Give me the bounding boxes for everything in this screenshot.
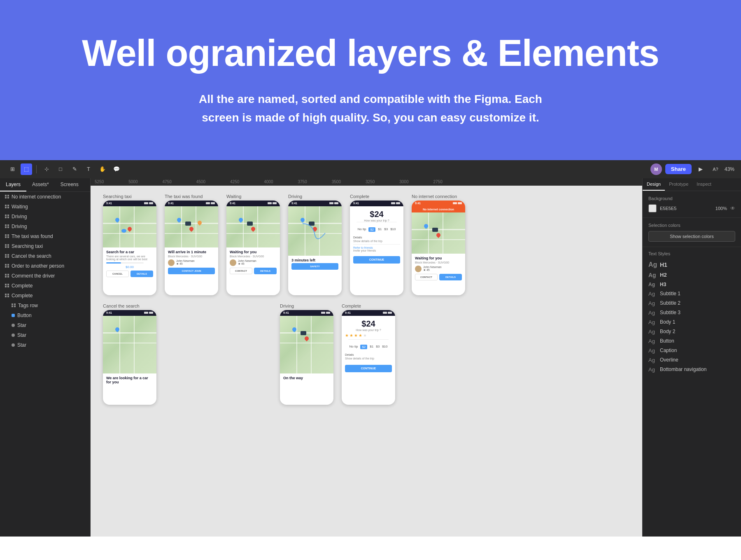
hero-section: Well ogranized layers & Elements All the… bbox=[0, 0, 741, 160]
text-style-bottombar: Ag Bottombar navigation bbox=[648, 365, 735, 374]
phone-searching: 9:41 Search for a car There are several … bbox=[103, 201, 156, 295]
right-panel: Design Prototype Inspect Background E5E5… bbox=[642, 178, 741, 537]
screen-taxi-found: The taxi was found 9:41 Will arriv bbox=[165, 194, 218, 295]
figma-body: Layers Assets* Screens No internet conne… bbox=[0, 178, 741, 537]
grid-tool-icon[interactable]: ⊞ bbox=[7, 163, 18, 175]
text-style-button: Ag Button bbox=[648, 336, 735, 346]
text-style-subtitle3: Ag Subtitle 3 bbox=[648, 308, 735, 317]
phone-driving-2: 9:41 On the way bbox=[280, 310, 333, 405]
horizontal-ruler: 5250 5000 4750 4500 4250 4000 3750 3500 … bbox=[91, 178, 642, 186]
text-style-h1: Ag H1 bbox=[648, 259, 735, 270]
text-style-overline: Ag Overline bbox=[648, 355, 735, 365]
phone-cancel: 9:41 We are looking for a car for you bbox=[103, 310, 156, 405]
left-panel: Layers Assets* Screens No internet conne… bbox=[0, 178, 91, 537]
layer-star-1[interactable]: Star bbox=[0, 320, 90, 330]
text-style-subtitle1: Ag Subtitle 1 bbox=[648, 289, 735, 299]
right-panel-tabs: Design Prototype Inspect bbox=[643, 178, 741, 191]
screen-searching-taxi: Searching taxi 9:41 Search for a car bbox=[103, 194, 156, 295]
text-style-body2: Ag Body 2 bbox=[648, 327, 735, 336]
layer-taxi-found[interactable]: The taxi was found bbox=[0, 231, 90, 241]
screen-cancel-search: Cancel the search 9:41 We are looking fo… bbox=[103, 303, 156, 405]
phone-driving: 9:41 3 min bbox=[288, 201, 342, 295]
share-button[interactable]: Share bbox=[665, 164, 692, 174]
layer-button[interactable]: Button bbox=[0, 310, 90, 320]
background-color-swatch[interactable] bbox=[648, 204, 657, 212]
inspect-tab[interactable]: Inspect bbox=[692, 178, 715, 191]
frame-tool-icon[interactable]: ⬚ bbox=[21, 163, 32, 175]
prototype-tab[interactable]: Prototype bbox=[665, 178, 692, 191]
zoom-level[interactable]: 43% bbox=[725, 166, 734, 172]
phone-no-internet: 9:41 No internet connection Waiting for … bbox=[412, 201, 465, 295]
layer-complete-2[interactable]: Complete bbox=[0, 291, 90, 301]
comment-tool-icon[interactable]: 💬 bbox=[111, 163, 122, 175]
play-button[interactable]: ▶ bbox=[695, 163, 706, 175]
layer-tags-row[interactable]: Tags row bbox=[0, 301, 90, 310]
assets-tab[interactable]: Assets* bbox=[26, 178, 55, 191]
show-selection-colors-button[interactable]: Show selection colors bbox=[648, 231, 735, 242]
hand-tool-icon[interactable]: ✋ bbox=[97, 163, 108, 175]
background-swatch-row: E5E5E5 100% 👁 bbox=[648, 204, 735, 212]
phone-waiting: 9:41 Waiting for you Block Mercedes · SU… bbox=[226, 201, 280, 295]
layer-star-3[interactable]: Star bbox=[0, 340, 90, 350]
canvas-row-2: Cancel the search 9:41 We are looking fo… bbox=[91, 303, 642, 413]
layers-tab[interactable]: Layers bbox=[0, 178, 26, 191]
screen-no-internet: No internet connection 9:41 No internet … bbox=[412, 194, 465, 295]
figma-section: ⊞ ⬚ ⊹ □ ✎ T ✋ 💬 M Share ▶ A? 43% Layers … bbox=[0, 160, 741, 537]
layer-cancel-search[interactable]: Cancel the search bbox=[0, 251, 90, 261]
selection-colors-section: Selection colors Show selection colors bbox=[643, 218, 741, 247]
screen-driving-2: Driving 9:41 On the way bbox=[280, 303, 333, 405]
phone-complete-2: 9:41 $24 How was your trip ? ★★★★★ No ti… bbox=[342, 310, 395, 405]
screen-driving: Driving 9:41 bbox=[288, 194, 342, 295]
background-section: Background E5E5E5 100% 👁 bbox=[643, 191, 741, 218]
screen-complete-2: Complete 9:41 $24 How was your trip ? ★★… bbox=[342, 303, 395, 405]
text-tool-icon[interactable]: T bbox=[83, 163, 94, 175]
layer-star-2[interactable]: Star bbox=[0, 330, 90, 340]
pen-tool-icon[interactable]: ✎ bbox=[69, 163, 80, 175]
hero-subtitle: All the are named, sorted and compatible… bbox=[185, 90, 556, 127]
text-style-h3: Ag H3 bbox=[648, 280, 735, 289]
toolbar-right: M Share ▶ A? 43% bbox=[650, 163, 734, 175]
layer-driving-1[interactable]: Driving bbox=[0, 212, 90, 222]
toolbar-sep-1 bbox=[36, 165, 37, 173]
text-style-subtitle2: Ag Subtitle 2 bbox=[648, 299, 735, 308]
phone-complete: 9:41 $24 How was your trip ? No tip$2 $1… bbox=[350, 201, 403, 295]
text-style-caption: Ag Caption bbox=[648, 346, 735, 355]
layer-searching[interactable]: Searching taxi bbox=[0, 241, 90, 251]
layer-complete-1[interactable]: Complete bbox=[0, 281, 90, 291]
background-opacity-value: 100% bbox=[715, 206, 727, 211]
layer-order-another[interactable]: Order to another person bbox=[0, 261, 90, 271]
toolbar-left-tools: ⊞ ⬚ ⊹ □ ✎ T ✋ 💬 bbox=[7, 163, 122, 175]
move-tool-icon[interactable]: ⊹ bbox=[41, 163, 52, 175]
user-avatar: M bbox=[650, 163, 662, 175]
cursor-button[interactable]: A? bbox=[710, 163, 721, 175]
visibility-icon[interactable]: 👁 bbox=[730, 205, 735, 211]
layer-comment-driver[interactable]: Comment the driver bbox=[0, 271, 90, 281]
canvas-area: 5250 5000 4750 4500 4250 4000 3750 3500 … bbox=[91, 178, 642, 537]
frame-tool-2-icon[interactable]: □ bbox=[55, 163, 66, 175]
layer-driving-2[interactable]: Driving bbox=[0, 222, 90, 231]
canvas-row-1: Searching taxi 9:41 Search for a car bbox=[91, 186, 642, 303]
design-tab[interactable]: Design bbox=[643, 178, 665, 191]
screens-tab[interactable]: Screens bbox=[55, 178, 84, 191]
figma-toolbar: ⊞ ⬚ ⊹ □ ✎ T ✋ 💬 M Share ▶ A? 43% bbox=[0, 160, 741, 178]
layer-no-internet[interactable]: No internet connection bbox=[0, 192, 90, 202]
screen-complete: Complete 9:41 $24 How was your trip ? No… bbox=[350, 194, 403, 295]
phone-taxi-found: 9:41 Will arrive in 1 minute Block Merce… bbox=[165, 201, 218, 295]
hero-title: Well ogranized layers & Elements bbox=[8, 33, 733, 74]
screen-waiting: Waiting 9:41 Waiting for you Block bbox=[226, 194, 280, 295]
text-styles-section: Text Styles Ag H1 Ag H2 Ag H3 Ag Subtitl… bbox=[643, 247, 741, 378]
panel-tabs: Layers Assets* Screens bbox=[0, 178, 90, 192]
text-style-body1: Ag Body 1 bbox=[648, 317, 735, 327]
layer-waiting[interactable]: Waiting bbox=[0, 202, 90, 212]
background-color-value: E5E5E5 bbox=[660, 206, 712, 211]
text-style-h2: Ag H2 bbox=[648, 270, 735, 280]
